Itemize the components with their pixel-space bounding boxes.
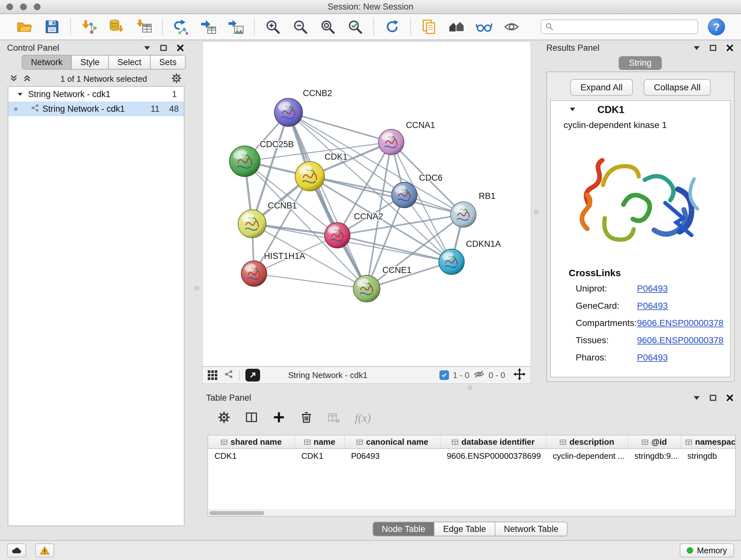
warnings-button[interactable] — [35, 543, 54, 557]
function-builder-icon[interactable]: f(x) — [355, 411, 371, 425]
table-type-tabs: Node TableEdge TableNetwork Table — [373, 522, 567, 537]
horizontal-scrollbar[interactable] — [208, 509, 735, 516]
network-collection-row[interactable]: String Network - cdk1 1 — [8, 87, 184, 102]
panel-collapse-icon[interactable] — [692, 44, 701, 52]
network-node-CDC6[interactable] — [392, 182, 417, 208]
crosslink-value-link[interactable]: 9606.ENSP00000378699 — [637, 318, 724, 328]
add-column-icon[interactable] — [273, 411, 285, 425]
gene-card-header[interactable]: CDK1 — [551, 101, 730, 119]
network-edge[interactable] — [337, 235, 452, 262]
tab-edge-table[interactable]: Edge Table — [434, 522, 495, 536]
select-columns-icon[interactable] — [245, 411, 258, 425]
column-header-canonical-name[interactable]: canonical name — [345, 435, 441, 448]
network-node-HIST1H1A[interactable] — [241, 261, 267, 287]
network-node-CDKN1A[interactable] — [439, 249, 464, 274]
splitter-handle[interactable] — [468, 385, 472, 390]
export-table-button[interactable] — [198, 17, 219, 37]
column-header-namespace[interactable]: namespace — [681, 435, 735, 448]
network-node-CCNB2[interactable] — [274, 98, 302, 126]
tab-network[interactable]: Network — [22, 56, 72, 69]
save-session-button[interactable] — [42, 17, 62, 37]
network-node-CDK1[interactable] — [295, 162, 325, 191]
panel-float-icon[interactable] — [709, 394, 718, 402]
expand-all-networks-icon[interactable] — [10, 74, 18, 84]
tab-string[interactable]: String — [619, 56, 662, 70]
network-node-CCNE1[interactable] — [353, 275, 380, 302]
help-icon: ? — [713, 21, 720, 33]
column-header--id[interactable]: @id — [628, 435, 681, 448]
zoom-out-button[interactable] — [290, 17, 311, 37]
selected-checkbox-icon[interactable] — [440, 370, 449, 380]
tab-select[interactable]: Select — [109, 56, 151, 69]
cloud-status-button[interactable] — [7, 543, 26, 557]
network-collection-label: String Network - cdk1 — [28, 89, 111, 99]
panel-close-icon[interactable] — [726, 394, 734, 402]
tree-expander-icon[interactable] — [15, 91, 25, 98]
network-edge[interactable] — [254, 273, 367, 289]
panel-float-icon[interactable] — [159, 44, 168, 52]
tab-sets[interactable]: Sets — [151, 56, 185, 69]
splitter-handle[interactable] — [534, 210, 538, 214]
crosslink-value-link[interactable]: 9606.ENSP00000378699 — [637, 335, 724, 346]
network-options-gear-icon[interactable] — [171, 73, 182, 85]
column-header-database-identifier[interactable]: database identifier — [441, 435, 546, 448]
crosslink-value-link[interactable]: P06493 — [637, 284, 724, 294]
show-hide-button[interactable] — [501, 17, 522, 37]
memory-button[interactable]: Memory — [680, 543, 734, 557]
collapse-gene-icon[interactable] — [569, 105, 576, 114]
network-node-CCNA2[interactable] — [325, 223, 350, 248]
panel-close-icon[interactable] — [726, 44, 734, 52]
pan-crosshair-icon[interactable] — [514, 368, 526, 382]
scrollbar-thumb[interactable] — [209, 511, 264, 515]
hidden-eye-icon[interactable] — [473, 370, 485, 381]
table-row[interactable]: CDK1CDK1P064939606.ENSP00000378699cyclin… — [208, 449, 735, 463]
open-in-new-window-button[interactable] — [246, 369, 260, 381]
import-network-file-button[interactable] — [79, 17, 99, 37]
grid-view-icon[interactable] — [208, 370, 217, 380]
network-node-CCNB1[interactable] — [238, 210, 266, 238]
network-node-RB1[interactable] — [451, 202, 476, 227]
collapse-all-networks-icon[interactable] — [23, 74, 31, 84]
import-network-database-button[interactable] — [106, 17, 127, 37]
panel-collapse-icon[interactable] — [143, 44, 151, 52]
graphics-details-button[interactable] — [474, 17, 494, 37]
refresh-layout-button[interactable] — [382, 17, 402, 37]
crosslink-value-link[interactable]: P06493 — [637, 353, 724, 363]
column-header-description[interactable]: description — [546, 435, 628, 448]
tab-node-table[interactable]: Node Table — [373, 522, 434, 536]
network-edge[interactable] — [288, 112, 367, 289]
table-options-gear-icon[interactable] — [218, 411, 230, 425]
import-table-button[interactable] — [134, 17, 154, 37]
collapse-all-button[interactable]: Collapse All — [644, 79, 711, 96]
network-edge[interactable] — [288, 112, 391, 142]
zoom-fit-button[interactable] — [318, 17, 338, 37]
network-node-CCNA1[interactable] — [379, 129, 404, 155]
delete-column-trash-icon[interactable] — [300, 411, 313, 425]
export-image-button[interactable] — [226, 17, 246, 37]
network-view-canvas[interactable]: CCNB2CCNA1CDC25BCDK1CDC6RB1CCNB1CCNA2CDK… — [202, 42, 531, 367]
zoom-in-button[interactable] — [263, 17, 283, 37]
panel-float-icon[interactable] — [709, 44, 718, 52]
network-row[interactable]: String Network - cdk1 11 48 — [8, 102, 184, 116]
export-network-button[interactable] — [171, 17, 191, 37]
crosslink-value-link[interactable]: P06493 — [637, 301, 724, 311]
expand-all-button[interactable]: Expand All — [570, 79, 633, 96]
copy-documents-button[interactable] — [419, 17, 440, 37]
zoom-selected-button[interactable] — [345, 17, 365, 37]
open-session-button[interactable] — [14, 17, 35, 37]
column-type-icon — [452, 437, 458, 447]
column-header-shared-name[interactable]: shared name — [208, 435, 295, 448]
help-button[interactable]: ? — [708, 18, 725, 36]
tab-network-table[interactable]: Network Table — [495, 522, 567, 536]
table-cell: stringdb:9... — [628, 449, 681, 463]
tab-style[interactable]: Style — [72, 56, 109, 69]
search-input[interactable] — [541, 19, 698, 34]
splitter-handle[interactable] — [195, 286, 199, 291]
column-header-name[interactable]: name — [295, 435, 345, 448]
panel-close-icon[interactable] — [176, 44, 185, 52]
delete-table-icon[interactable] — [327, 411, 340, 425]
network-share-icon[interactable] — [224, 369, 233, 381]
panel-collapse-icon[interactable] — [692, 394, 701, 402]
network-node-CDC25B[interactable] — [229, 146, 260, 177]
home-view-button[interactable] — [447, 17, 467, 37]
